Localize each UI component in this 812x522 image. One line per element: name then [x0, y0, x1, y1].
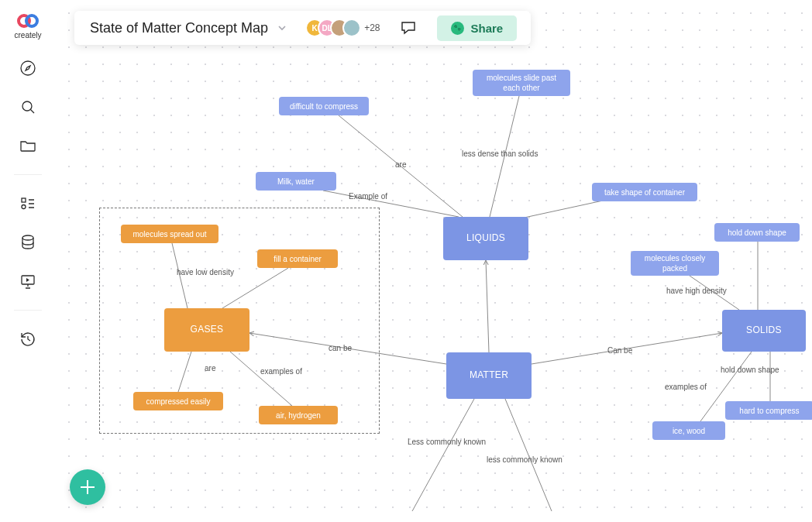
edge-label-less_dense: less dense than solids — [462, 149, 538, 158]
collaborator-avatars[interactable]: K DL +28 — [305, 19, 380, 37]
edge-label-are2: are — [205, 364, 215, 373]
add-fab[interactable] — [70, 469, 105, 505]
brand-logo[interactable]: creately — [14, 12, 41, 39]
rail-separator — [14, 310, 42, 311]
logo-icon — [15, 12, 41, 29]
explore-icon[interactable] — [18, 58, 38, 78]
svg-rect-4 — [22, 198, 26, 202]
share-button[interactable]: Share — [437, 15, 517, 41]
canvas[interactable]: State of Matter Concept Map K DL +28 Sha… — [56, 0, 812, 522]
edge-label-examples_of1: examples of — [260, 367, 302, 376]
search-icon[interactable] — [18, 97, 38, 117]
node-hold_shape1[interactable]: hold down shape — [714, 223, 800, 242]
edge-label-can_be1: can be — [329, 344, 352, 352]
rail-separator — [14, 174, 42, 175]
edge-label-can_be2: Can be — [607, 346, 632, 355]
globe-icon — [451, 22, 464, 35]
node-mol_packed[interactable]: molecules closely packed — [631, 251, 719, 276]
data-icon[interactable] — [18, 232, 38, 252]
document-title-text: State of Matter Concept Map — [90, 20, 268, 36]
edge-label-are1: are — [395, 160, 406, 169]
left-rail: creately — [0, 0, 56, 522]
edge-label-less_known1: Less commonly known — [408, 438, 486, 446]
edge-label-examples_of2: examples of — [665, 383, 707, 391]
node-mol_spread[interactable]: molecules spread out — [121, 225, 218, 243]
node-air_hyd[interactable]: air, hydrogen — [259, 406, 338, 424]
node-diff_comp[interactable]: difficult to compress — [279, 97, 369, 115]
history-icon[interactable] — [18, 329, 38, 349]
edge-label-low_density: have low density — [177, 268, 234, 276]
brand-name: creately — [14, 31, 41, 39]
edge-label-high_density: have high density — [666, 287, 727, 295]
document-title[interactable]: State of Matter Concept Map — [90, 20, 287, 36]
present-icon[interactable] — [18, 271, 38, 291]
node-take_shape[interactable]: take shape of container — [592, 183, 697, 201]
node-mol_slide[interactable]: molecules slide past each other — [473, 70, 570, 96]
node-milk_water[interactable]: Milk, water — [256, 172, 336, 191]
top-toolbar: State of Matter Concept Map K DL +28 Sha… — [74, 11, 531, 45]
node-hard_comp[interactable]: hard to compress — [725, 401, 812, 420]
node-fill_cont[interactable]: fill a container — [257, 249, 338, 268]
svg-point-5 — [22, 205, 26, 209]
node-comp_easy[interactable]: compressed easily — [133, 392, 223, 410]
svg-point-6 — [22, 235, 33, 240]
node-ice_wood[interactable]: ice, wood — [652, 421, 725, 440]
node-matter[interactable]: MATTER — [446, 352, 532, 399]
avatar[interactable] — [342, 19, 361, 37]
svg-point-3 — [22, 101, 32, 111]
node-liquids[interactable]: LIQUIDS — [443, 217, 528, 260]
edge-label-less_known2: less commonly known — [487, 455, 563, 464]
svg-point-2 — [21, 61, 35, 75]
share-button-label: Share — [470, 22, 503, 35]
chevron-down-icon[interactable] — [277, 20, 287, 36]
node-solids[interactable]: SOLIDS — [722, 310, 806, 352]
shapes-icon[interactable] — [18, 194, 38, 214]
avatar-more-count[interactable]: +28 — [364, 22, 380, 33]
node-gases[interactable]: GASES — [164, 308, 249, 352]
folder-icon[interactable] — [18, 136, 38, 156]
comment-icon[interactable] — [398, 18, 418, 38]
edge-label-example_of: Example of — [349, 192, 387, 201]
edge-label-hold_shape2: hold down shape — [721, 366, 779, 374]
